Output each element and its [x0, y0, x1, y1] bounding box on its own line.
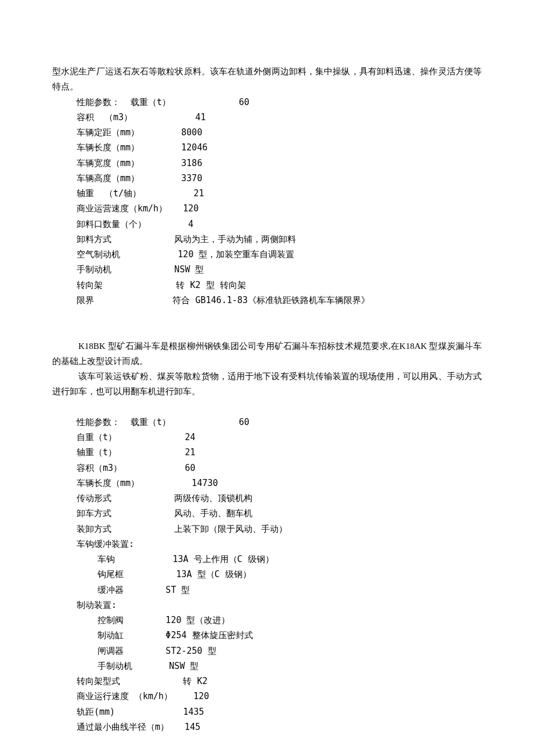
spec-row: 容积（m3） 60: [77, 460, 482, 476]
spec-row: 卸料口数量（个） 4: [77, 217, 482, 232]
spec-row: 车钩缓冲装置:: [77, 537, 482, 552]
spec-row: 缓冲器 ST 型: [77, 582, 482, 597]
spec-row: 限界 符合 GB146.1-83《标准轨距铁路机车车辆限界》: [77, 293, 482, 308]
spec-row: 通过最小曲线半径（m） 145: [77, 719, 482, 735]
spec-row: 制动装置:: [77, 597, 482, 613]
spec-row: 控制阀 120 型（改进）: [77, 613, 482, 628]
spec-row: 轴重 （t/轴） 21: [77, 186, 482, 201]
spec-row: 车辆长度（mm） 12046: [77, 140, 482, 155]
spec-block-2: 性能参数： 载重（t） 60自重（t） 24轴重（t） 21容积（m3） 60车…: [52, 415, 482, 735]
spec-row: 空气制动机 120 型，加装空重车自调装置: [77, 247, 482, 262]
spec-row: 卸车方式 风动、手动、翻车机: [77, 506, 482, 521]
spec-row: 制动缸 Φ254 整体旋压密封式: [77, 628, 482, 643]
intro-paragraph-1: 型水泥生产厂运送石灰石等散粒状原料。该车在轨道外侧两边卸料，集中操纵，具有卸料迅…: [52, 64, 482, 95]
intro-paragraph-2a: K18BK 型矿石漏斗车是根据柳州钢铁集团公司专用矿石漏斗车招标技术规范要求,在…: [52, 339, 482, 369]
spec-row: 性能参数： 载重（t） 60: [77, 415, 482, 430]
spec-row: 车辆定距（mm） 8000: [77, 125, 482, 140]
spec-row: 商业运行速度 （km/h） 120: [77, 689, 482, 704]
blank-line: [52, 323, 482, 338]
spec-row: 手制动机 NSW 型: [77, 262, 482, 277]
spec-row: 车钩 13A 号上作用（C 级钢）: [77, 552, 482, 567]
spec-row: 装卸方式 上装下卸（限于风动、手动）: [77, 521, 482, 537]
spec-row: 闸调器 ST2-250 型: [77, 643, 482, 658]
spec-row: 车辆高度（mm） 3370: [77, 171, 482, 186]
spec-row: 卸料方式 风动为主，手动为辅，两侧卸料: [77, 232, 482, 247]
spec-row: 轨距(mm) 1435: [77, 704, 482, 719]
spec-row: 商业运营速度（km/h） 120: [77, 201, 482, 216]
spec-row: 转向架 转 K2 型 转向架: [77, 278, 482, 293]
spec-row: 车辆宽度（mm） 3186: [77, 156, 482, 171]
spec-row: 手制动机 NSW 型: [77, 658, 482, 674]
spec-row: 转向架型式 转 K2: [77, 674, 482, 689]
spec-row: 轴重（t） 21: [77, 445, 482, 460]
spec-row: 自重（t） 24: [77, 430, 482, 445]
spec-row: 钩尾框 13A 型（C 级钢）: [77, 567, 482, 582]
intro-paragraph-2b: 该车可装运铁矿粉、煤炭等散粒货物，适用于地下设有受料坑传输装置的现场使用，可以用…: [52, 369, 482, 399]
spec-row: 性能参数： 载重（t） 60: [77, 95, 482, 110]
spec-row: 车辆长度（mm） 14730: [77, 476, 482, 491]
spec-row: 传动形式 两级传动、顶锁机构: [77, 491, 482, 506]
blank-line: [52, 308, 482, 323]
blank-line: [52, 399, 482, 415]
spec-row: 容积 （m3） 41: [77, 110, 482, 125]
spec-block-1: 性能参数： 载重（t） 60容积 （m3） 41车辆定距（mm） 8000车辆长…: [52, 95, 482, 308]
